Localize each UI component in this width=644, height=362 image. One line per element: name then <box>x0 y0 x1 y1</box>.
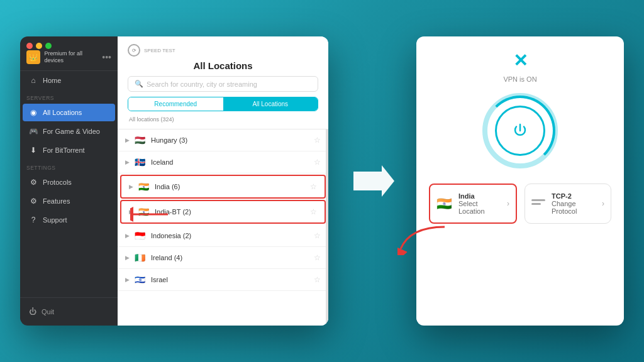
protocol-arrow-icon: › <box>602 199 604 208</box>
premium-label: Premium for all devices <box>45 50 103 64</box>
sidebar-bottom: ⏻ Quit <box>20 297 118 326</box>
sidebar-item-all-locations[interactable]: ◉ All Locations <box>23 104 115 121</box>
location-name: Iceland <box>151 158 314 166</box>
settings-label: Settings <box>20 160 118 173</box>
select-location-card[interactable]: 🇮🇳 India Select Location › <box>429 184 517 224</box>
protocol-subtitle: Change Protocol <box>552 200 596 215</box>
protocol-card-text: TCP-2 Change Protocol <box>552 192 596 215</box>
list-item-india[interactable]: ▶ 🇮🇳 India (6) ☆ <box>120 175 326 199</box>
list-item[interactable]: ▶ 🇮🇸 Iceland ☆ <box>118 151 328 173</box>
protocol-icon <box>531 199 545 208</box>
expand-arrow: ▶ <box>129 209 133 215</box>
sidebar-item-features-label: Features <box>43 197 70 205</box>
quit-label: Quit <box>42 308 54 315</box>
flag-ireland: 🇮🇪 <box>133 251 146 264</box>
all-locations-icon: ◉ <box>29 108 38 117</box>
menu-dots-icon[interactable]: ••• <box>102 52 111 62</box>
flag-iceland: 🇮🇸 <box>133 156 146 168</box>
list-item[interactable]: ▶ 🇮🇪 Ireland (4) ☆ <box>118 247 328 269</box>
sidebar-item-all-locations-label: All Locations <box>43 109 82 116</box>
power-ring <box>482 93 558 168</box>
sidebar-item-features[interactable]: ⚙ Features <box>23 192 115 210</box>
protocol-name: TCP-2 <box>552 192 596 200</box>
list-item-india-bt[interactable]: ▶ 🇮🇳 India-BT (2) ☆ <box>120 200 326 224</box>
search-placeholder: Search for country, city or streaming <box>147 80 257 88</box>
star-icon[interactable]: ☆ <box>310 207 317 216</box>
star-icon[interactable]: ☆ <box>314 275 321 284</box>
vpn-window-frame: 👑 Premium for all devices ••• ⌂ Home Ser… <box>20 36 328 326</box>
sidebar-item-game-label: For Game & Video <box>43 128 100 135</box>
star-icon[interactable]: ☆ <box>314 158 321 167</box>
list-item[interactable]: ▶ 🇭🇺 Hungary (3) ☆ <box>118 129 328 151</box>
all-locations-title: All Locations <box>128 60 318 71</box>
speed-test-label: SPEED TEST <box>144 48 175 53</box>
content-header: ⟳ SPEED TEST All Locations 🔍 Search for … <box>118 36 328 129</box>
star-icon[interactable]: ☆ <box>310 182 317 191</box>
list-item[interactable]: ▶ 🇮🇩 Indonesia (2) ☆ <box>118 225 328 247</box>
forward-arrow-icon <box>347 162 397 200</box>
location-name: India-BT (2) <box>155 208 310 216</box>
power-button[interactable] <box>495 106 545 156</box>
star-icon[interactable]: ☆ <box>314 231 321 240</box>
quit-button[interactable]: ⏻ Quit <box>23 303 115 321</box>
search-box[interactable]: 🔍 Search for country, city or streaming <box>128 76 318 92</box>
sidebar-item-support[interactable]: ? Support <box>23 211 115 229</box>
protocols-icon: ⚙ <box>29 178 38 187</box>
expand-arrow: ▶ <box>125 255 130 261</box>
location-subtitle: Select Location <box>458 200 501 215</box>
close-dot[interactable] <box>26 43 33 49</box>
tab-recommended[interactable]: Recommended <box>128 97 223 111</box>
x-logo-icon: ✕ <box>513 50 528 71</box>
flag-israel: 🇮🇱 <box>133 273 146 286</box>
expand-arrow: ▶ <box>125 137 130 143</box>
speed-test-icon[interactable]: ⟳ <box>128 44 140 57</box>
sidebar-item-bittorrent[interactable]: ⬇ For BitTorrent <box>23 141 115 159</box>
protocol-bar-2 <box>531 203 541 205</box>
game-video-icon: 🎮 <box>29 127 38 136</box>
maximize-dot[interactable] <box>45 43 52 49</box>
flag-hungary: 🇭🇺 <box>133 134 146 146</box>
right-panel-wrapper: ✕ VPN is ON 🇮🇳 <box>416 36 624 326</box>
sidebar-item-game-video[interactable]: 🎮 For Game & Video <box>23 123 115 140</box>
locations-list: ▶ 🇭🇺 Hungary (3) ☆ ▶ 🇮🇸 Iceland ☆ <box>118 129 328 326</box>
sidebar-item-home[interactable]: ⌂ Home <box>23 72 115 89</box>
expand-arrow: ▶ <box>125 277 130 283</box>
speed-test-row: ⟳ SPEED TEST <box>128 44 318 57</box>
star-icon[interactable]: ☆ <box>314 253 321 262</box>
flag-indonesia: 🇮🇩 <box>133 229 146 242</box>
sidebar-header: 👑 Premium for all devices ••• <box>20 36 118 71</box>
sidebar: 👑 Premium for all devices ••• ⌂ Home Ser… <box>20 36 118 326</box>
servers-label: Servers <box>20 90 118 103</box>
change-protocol-card[interactable]: TCP-2 Change Protocol › <box>525 184 611 224</box>
scrollbar[interactable] <box>326 129 328 326</box>
location-name: Israel <box>151 276 314 283</box>
india-flag-icon: 🇮🇳 <box>436 196 452 211</box>
locations-count: All locations (324) <box>128 114 318 124</box>
star-icon[interactable]: ☆ <box>314 136 321 145</box>
location-country: India <box>458 192 501 200</box>
sidebar-item-protocols[interactable]: ⚙ Protocols <box>23 173 115 191</box>
location-card-text: India Select Location <box>458 192 501 215</box>
location-name: India (6) <box>155 183 310 190</box>
vpn-status: VPN is ON <box>503 75 536 83</box>
flag-india: 🇮🇳 <box>137 180 150 193</box>
transition-arrow <box>347 162 397 200</box>
expand-arrow: ▶ <box>125 159 130 165</box>
location-name: Indonesia (2) <box>151 232 314 239</box>
right-panel: ✕ VPN is ON 🇮🇳 <box>416 36 624 326</box>
tab-all-locations[interactable]: All Locations <box>223 97 318 111</box>
expand-arrow: ▶ <box>129 184 133 190</box>
sidebar-item-home-label: Home <box>43 77 61 84</box>
location-name: Ireland (4) <box>151 254 314 261</box>
crown-icon: 👑 <box>26 50 40 64</box>
main-content: ⟳ SPEED TEST All Locations 🔍 Search for … <box>118 36 328 326</box>
protocol-bar-1 <box>531 199 545 201</box>
vpn-logo: ✕ <box>509 49 531 72</box>
list-item[interactable]: ▶ 🇮🇱 Israel ☆ <box>118 269 328 291</box>
flag-india-bt: 🇮🇳 <box>137 206 150 218</box>
power-icon <box>511 122 529 140</box>
features-icon: ⚙ <box>29 197 38 206</box>
minimize-dot[interactable] <box>36 43 42 49</box>
location-arrow-icon: › <box>507 199 509 208</box>
bottom-controls: 🇮🇳 India Select Location › TCP-2 <box>429 184 611 224</box>
